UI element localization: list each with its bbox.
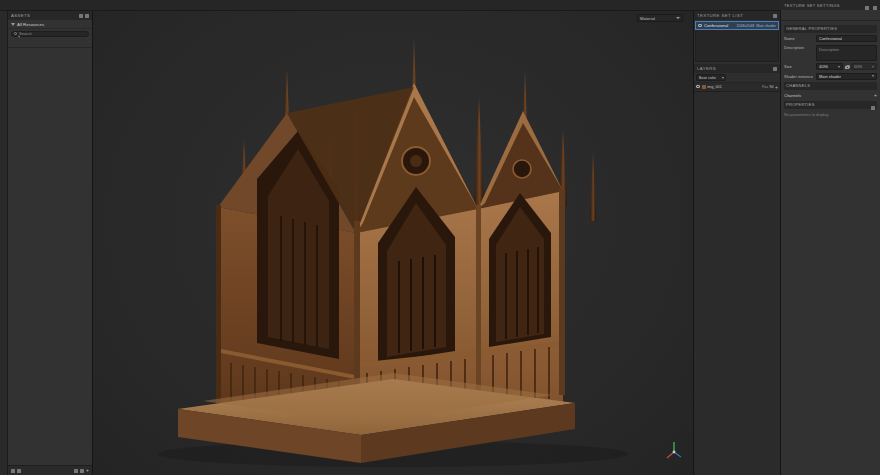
size-label: Size — [784, 64, 814, 69]
channels-section: CHANNELS — [784, 82, 877, 90]
list-view-icon[interactable] — [74, 469, 78, 473]
channels-label: Channels — [784, 93, 872, 98]
size-dropdown[interactable]: 4096 — [816, 63, 843, 70]
confessional-3d-model[interactable] — [93, 11, 693, 475]
layers-panel-header: LAYERS — [694, 64, 780, 73]
assets-filter-bar — [8, 38, 92, 48]
layers-panel-title: LAYERS — [697, 66, 716, 71]
search-input[interactable]: Search — [11, 31, 89, 37]
chevron-down-icon — [872, 75, 874, 77]
layers-empty-area — [694, 92, 780, 475]
grid-view-icon[interactable] — [80, 469, 84, 473]
texture-set-list-title: TEXTURE SET LIST — [697, 13, 743, 18]
chevron-down-icon — [11, 23, 15, 26]
chevron-down-icon — [838, 66, 840, 68]
chevron-down-icon — [872, 66, 874, 68]
general-properties-title: GENERAL PROPERTIES — [786, 26, 837, 31]
chevron-down-icon — [676, 17, 680, 19]
search-icon — [14, 32, 17, 35]
search-placeholder: Search — [19, 31, 32, 36]
assets-footer: + — [8, 465, 92, 475]
texture-set-row[interactable]: Confessional 2048x2048 Main shader — [695, 21, 779, 30]
channels-add-row: Channels + — [784, 92, 877, 100]
assets-panel-title: ASSETS — [11, 13, 30, 18]
layers-footer-row[interactable]: img_001 Pas 90 + — [694, 83, 780, 92]
resources-updater-icon[interactable] — [17, 469, 21, 473]
shader-instance-value: Main shader — [819, 74, 841, 79]
chevron-down-icon — [722, 77, 724, 79]
general-properties-section: GENERAL PROPERTIES — [784, 25, 877, 33]
assets-all-resources[interactable]: All Resources — [8, 20, 92, 29]
footer-layer-name: img_001 — [707, 85, 760, 89]
properties-section: PROPERTIES — [784, 101, 877, 109]
name-field[interactable]: Confessional — [816, 35, 877, 42]
right-column: TEXTURE SET LIST Confessional 2048x2048 … — [693, 11, 781, 475]
settings-panel-title: TEXTURE SET SETTINGS — [784, 3, 840, 8]
footer-blend-mode: Pas — [762, 85, 768, 89]
image-thumb-icon — [702, 85, 706, 89]
tool-strip — [0, 11, 8, 475]
footer-opacity: 90 — [769, 85, 773, 89]
lock-icon[interactable] — [845, 66, 849, 69]
visibility-eye-icon[interactable] — [698, 24, 702, 27]
layers-toolbar: Base color — [694, 73, 780, 83]
channels-section-title: CHANNELS — [786, 83, 810, 88]
texture-set-list-header: TEXTURE SET LIST — [694, 11, 780, 20]
name-label: Name — [784, 36, 814, 41]
texture-set-settings-panel: TEXTURE SET SETTINGS GENERAL PROPERTIES … — [781, 0, 880, 475]
texture-set-resolution: 2048x2048 — [736, 24, 754, 28]
description-label: Description — [784, 45, 814, 50]
shader-instance-label: Shader instance — [784, 74, 814, 79]
add-resource-button[interactable]: + — [86, 468, 89, 473]
assets-panel-header: ASSETS — [8, 11, 92, 20]
texture-set-shader: Main shader — [756, 24, 776, 28]
menu-bar — [0, 0, 781, 11]
all-resources-label: All Resources — [17, 22, 44, 27]
size-dropdown-2[interactable]: 4096 — [851, 63, 878, 70]
size-value-2: 4096 — [854, 64, 863, 69]
layers-menu-icon[interactable] — [773, 67, 777, 71]
substance-painter-window: ASSETS All Resources Search + — [0, 0, 880, 475]
texture-set-list-menu-icon[interactable] — [773, 14, 777, 18]
assets-list — [8, 48, 92, 465]
name-value: Confessional — [819, 36, 842, 41]
assets-dock-icon[interactable] — [79, 14, 83, 18]
size-value: 4096 — [819, 64, 828, 69]
texture-set-list-empty-area — [695, 30, 779, 62]
settings-tabs — [781, 10, 880, 21]
settings-body: GENERAL PROPERTIES Name Confessional Des… — [781, 21, 880, 475]
add-layer-button[interactable]: + — [775, 84, 778, 90]
description-field[interactable]: Description — [816, 45, 877, 61]
shader-instance-dropdown[interactable]: Main shader — [816, 73, 877, 80]
3d-viewport[interactable]: Material — [93, 11, 693, 475]
channel-filter-dropdown[interactable]: Base color — [696, 74, 726, 81]
texture-set-name: Confessional — [704, 23, 734, 28]
assets-search-row: Search — [8, 29, 92, 38]
channel-filter-label: Base color — [699, 76, 717, 80]
properties-section-title: PROPERTIES — [786, 102, 815, 107]
properties-gear-icon[interactable] — [871, 106, 875, 110]
assets-panel: ASSETS All Resources Search + — [8, 11, 93, 475]
assets-menu-icon[interactable] — [85, 14, 89, 18]
shading-mode-dropdown[interactable]: Material — [637, 14, 683, 22]
axis-gizmo[interactable] — [663, 441, 685, 463]
settings-panel-header: TEXTURE SET SETTINGS — [781, 0, 880, 10]
visibility-eye-icon[interactable] — [696, 85, 700, 88]
shading-mode-label: Material — [640, 16, 655, 21]
import-resources-icon[interactable] — [11, 469, 15, 473]
properties-empty-text: No parameters to display — [784, 112, 877, 117]
